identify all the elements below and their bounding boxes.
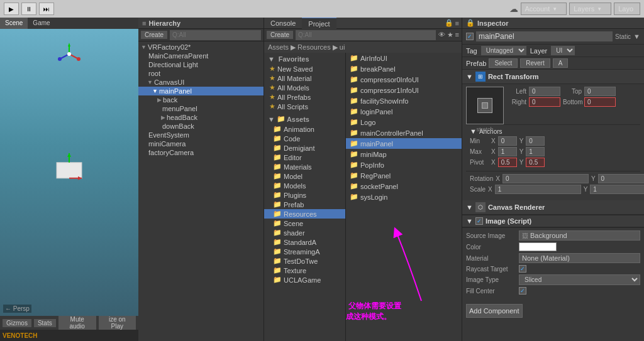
step-button[interactable]: ⏭ xyxy=(39,3,54,15)
pause-button[interactable]: ⏸ xyxy=(21,3,36,15)
tree-item-root[interactable]: root xyxy=(138,69,264,78)
asset-scene[interactable]: 📁Scene xyxy=(264,219,345,228)
file-compressor0[interactable]: 📁compressor0InfoUI xyxy=(346,74,462,85)
tree-item-mainpanel[interactable]: ▼ mainPanel xyxy=(138,87,264,95)
tag-dropdown[interactable]: Untagged xyxy=(481,46,526,55)
asset-code[interactable]: 📁Code xyxy=(264,134,345,143)
top-input[interactable] xyxy=(584,87,616,96)
max-y-input[interactable] xyxy=(526,147,545,156)
asset-shader[interactable]: 📁shader xyxy=(264,228,345,237)
tab-game[interactable]: Game xyxy=(28,18,55,29)
tree-item-vrfactory[interactable]: ▼ VRFactory02* xyxy=(138,43,264,51)
project-search[interactable] xyxy=(296,30,436,40)
asset-prefab[interactable]: 📁Prefab xyxy=(264,200,345,209)
fav-item-allmodels[interactable]: ★ All Models xyxy=(264,83,345,92)
file-mainpanel[interactable]: 📁mainPanel xyxy=(346,138,462,149)
play-button[interactable]: ▶ xyxy=(4,3,19,15)
file-minimap[interactable]: 📁miniMap xyxy=(346,149,462,160)
gameobject-enabled-checkbox[interactable] xyxy=(466,33,474,40)
asset-plugins[interactable]: 📁Plugins xyxy=(264,190,345,200)
bottom-input[interactable] xyxy=(584,97,616,107)
fav-item-allscripts[interactable]: ★ All Scripts xyxy=(264,102,345,111)
add-component-button[interactable]: Add Component xyxy=(466,304,523,318)
asset-model[interactable]: 📁Model xyxy=(264,171,345,181)
fav-item-newsaved[interactable]: ★ New Saved xyxy=(264,64,345,73)
layer-dropdown[interactable]: UI xyxy=(551,46,575,55)
fav-item-allmaterial[interactable]: ★ All Material xyxy=(264,73,345,83)
asset-texture[interactable]: 📁Texture xyxy=(264,266,345,275)
pivot-y-input[interactable] xyxy=(526,158,545,167)
eye-icon[interactable]: 👁 xyxy=(438,31,445,39)
asset-models[interactable]: 📁Models xyxy=(264,181,345,190)
file-compressor1[interactable]: 📁compressor1InfoUI xyxy=(346,85,462,95)
tree-item-downback[interactable]: downBack xyxy=(138,122,264,131)
hierarchy-search[interactable] xyxy=(170,30,261,40)
max-x-input[interactable] xyxy=(498,147,517,156)
asset-animation[interactable]: 📁Animation xyxy=(264,124,345,134)
right-input[interactable] xyxy=(529,97,560,107)
account-dropdown[interactable]: Account ▼ xyxy=(521,3,567,15)
rotation-y-input[interactable] xyxy=(598,174,644,183)
image-script-enabled[interactable] xyxy=(475,217,483,225)
file-loginpanel[interactable]: 📁loginPanel xyxy=(346,106,462,117)
mute-button[interactable]: Mute audio xyxy=(58,315,96,330)
tab-console[interactable]: Console xyxy=(264,18,302,29)
pivot-x-input[interactable] xyxy=(498,158,517,167)
asset-testdotwe[interactable]: 📁TestDoTwe xyxy=(264,256,345,266)
project-menu-icon[interactable]: ≡ xyxy=(455,19,459,27)
file-syslogin[interactable]: 📁sysLogin xyxy=(346,192,462,202)
file-logo[interactable]: 📁Logo xyxy=(346,117,462,127)
fill-center-checkbox[interactable] xyxy=(519,287,526,295)
assets-header[interactable]: ▼ 📁 Assets xyxy=(264,114,345,124)
scene-content[interactable]: ← Persp xyxy=(0,29,138,316)
static-arrow[interactable]: ▼ xyxy=(633,33,640,40)
min-y-input[interactable] xyxy=(526,136,545,146)
file-popinfo[interactable]: 📁PopInfo xyxy=(346,160,462,170)
scale-y-input[interactable] xyxy=(590,185,644,194)
image-type-dropdown[interactable]: Sliced xyxy=(519,274,640,285)
asset-demigiant[interactable]: 📁Demigiant xyxy=(264,143,345,153)
hierarchy-create-button[interactable]: Create xyxy=(141,31,167,39)
tree-item-directionallight[interactable]: Directional Light xyxy=(138,60,264,69)
left-input[interactable] xyxy=(529,87,560,96)
anchors-header[interactable]: ▼ Anchors xyxy=(470,127,636,135)
layers-dropdown[interactable]: Layers ▼ xyxy=(569,3,611,15)
tree-item-headback[interactable]: ▶ headBack xyxy=(138,113,264,122)
asset-streaminga[interactable]: 📁StreamingA xyxy=(264,247,345,256)
asset-standarda[interactable]: 📁StandardA xyxy=(264,237,345,247)
layout-dropdown[interactable]: Layo xyxy=(614,3,640,15)
source-image-value[interactable]: 🖼 Background xyxy=(519,230,640,241)
list-icon[interactable]: ≡ xyxy=(455,31,459,39)
scale-x-input[interactable] xyxy=(495,185,581,194)
rect-transform-header[interactable]: ▼ ⊞ Rect Transform xyxy=(462,70,644,84)
file-facilityshow[interactable]: 📁facilityShowInfo xyxy=(346,95,462,106)
canvas-renderer-header[interactable]: ▼ ⬡ Canvas Renderer xyxy=(462,200,644,215)
stats-button[interactable]: Stats xyxy=(34,319,56,327)
project-create-button[interactable]: Create xyxy=(267,31,293,39)
fav-item-allprefabs[interactable]: ★ All Prefabs xyxy=(264,92,345,102)
tree-item-minicamera[interactable]: miniCamera xyxy=(138,139,264,148)
min-x-input[interactable] xyxy=(498,136,517,146)
asset-resources[interactable]: 📁Resources xyxy=(264,209,345,219)
tree-item-maincameraparent[interactable]: MainCameraParent xyxy=(138,51,264,60)
apply-button[interactable]: A xyxy=(553,58,569,68)
file-socketpanel[interactable]: 📁socketPanel xyxy=(346,181,462,192)
color-swatch[interactable] xyxy=(519,242,557,251)
select-button[interactable]: Select xyxy=(489,58,518,68)
asset-materials[interactable]: 📁Materials xyxy=(264,162,345,171)
size-button[interactable]: ize on Play xyxy=(99,315,136,330)
tab-scene[interactable]: Scene xyxy=(0,18,28,29)
tree-item-back[interactable]: ▶ back xyxy=(138,95,264,104)
file-regpanel[interactable]: 📁RegPanel xyxy=(346,170,462,181)
raycast-checkbox[interactable] xyxy=(519,265,526,273)
gameobject-name-input[interactable] xyxy=(476,31,613,41)
file-airinfoui[interactable]: 📁AirInfoUI xyxy=(346,53,462,63)
star-filter-icon[interactable]: ★ xyxy=(447,31,453,39)
image-script-header[interactable]: ▼ Image (Script) xyxy=(462,215,644,227)
rotation-x-input[interactable] xyxy=(502,174,589,183)
tree-item-factorycamera[interactable]: factoryCamera xyxy=(138,148,264,157)
tree-item-canvasui[interactable]: ▼ CanvasUI xyxy=(138,78,264,87)
asset-editor[interactable]: 📁Editor xyxy=(264,153,345,162)
tree-item-menupanel[interactable]: menuPanel xyxy=(138,104,264,113)
stretch-widget[interactable]: stretch stretch xyxy=(466,87,504,124)
